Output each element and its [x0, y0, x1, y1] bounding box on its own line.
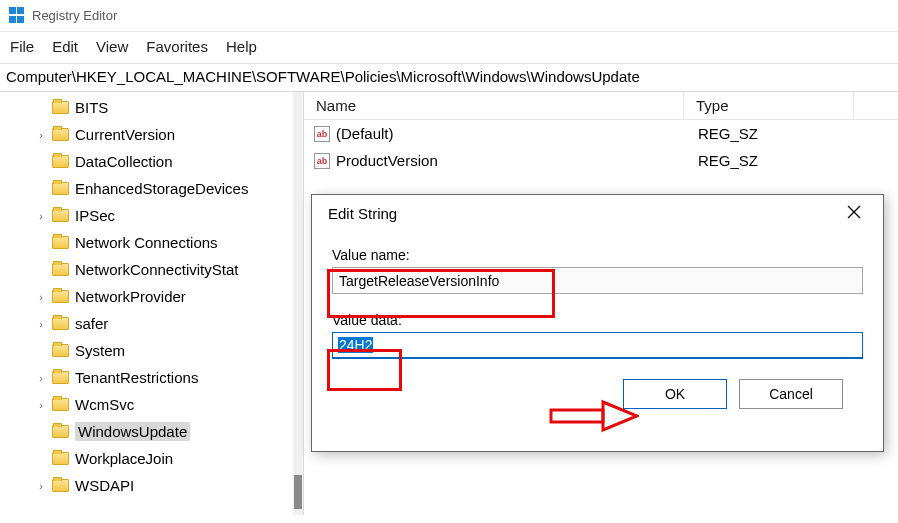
tree-item-datacollection[interactable]: DataCollection [0, 148, 303, 175]
value-name-cell: ProductVersion [336, 152, 698, 169]
tree-item-wsdapi[interactable]: ›WSDAPI [0, 472, 303, 499]
folder-icon [52, 398, 69, 411]
column-type[interactable]: Type [684, 92, 854, 119]
cancel-button[interactable]: Cancel [739, 379, 843, 409]
tree-item-label: NetworkProvider [75, 288, 186, 305]
tree-item-label: TenantRestrictions [75, 369, 198, 386]
value-name-cell: (Default) [336, 125, 698, 142]
folder-icon [52, 371, 69, 384]
folder-icon [52, 155, 69, 168]
tree-item-label: DataCollection [75, 153, 173, 170]
dialog-title: Edit String [328, 205, 397, 222]
value-name-field[interactable] [332, 267, 863, 294]
tree-item-tenantrestrictions[interactable]: ›TenantRestrictions [0, 364, 303, 391]
value-data-text: 24H2 [338, 337, 373, 353]
expander-icon[interactable]: › [34, 372, 48, 384]
scrollbar-thumb[interactable] [294, 475, 302, 509]
tree-item-label: WcmSvc [75, 396, 134, 413]
menu-help[interactable]: Help [226, 38, 257, 55]
tree-item-currentversion[interactable]: ›CurrentVersion [0, 121, 303, 148]
tree-item-windowsupdate[interactable]: WindowsUpdate [0, 418, 303, 445]
value-type-cell: REG_SZ [698, 152, 758, 169]
menu-edit[interactable]: Edit [52, 38, 78, 55]
values-header: Name Type [304, 92, 898, 120]
expander-icon[interactable]: › [34, 291, 48, 303]
tree-panel: BITS›CurrentVersionDataCollectionEnhance… [0, 92, 304, 515]
value-row[interactable]: ab(Default)REG_SZ [304, 120, 898, 147]
column-name[interactable]: Name [304, 92, 684, 119]
folder-icon [52, 128, 69, 141]
menu-bar: File Edit View Favorites Help [0, 32, 898, 64]
folder-icon [52, 344, 69, 357]
address-bar[interactable]: Computer\HKEY_LOCAL_MACHINE\SOFTWARE\Pol… [0, 64, 898, 92]
folder-icon [52, 236, 69, 249]
expander-icon[interactable]: › [34, 318, 48, 330]
tree-item-label: WSDAPI [75, 477, 134, 494]
tree-item-label: Network Connections [75, 234, 218, 251]
tree-item-enhancedstoragedevices[interactable]: EnhancedStorageDevices [0, 175, 303, 202]
menu-view[interactable]: View [96, 38, 128, 55]
tree-item-wcmsvc[interactable]: ›WcmSvc [0, 391, 303, 418]
tree-item-workplacejoin[interactable]: WorkplaceJoin [0, 445, 303, 472]
folder-icon [52, 425, 69, 438]
value-data-label: Value data: [332, 312, 863, 328]
tree-item-label: WindowsUpdate [75, 422, 190, 441]
folder-icon [52, 263, 69, 276]
value-name-label: Value name: [332, 247, 863, 263]
tree-item-label: EnhancedStorageDevices [75, 180, 248, 197]
tree-item-label: WorkplaceJoin [75, 450, 173, 467]
folder-icon [52, 479, 69, 492]
tree-item-system[interactable]: System [0, 337, 303, 364]
folder-icon [52, 452, 69, 465]
menu-favorites[interactable]: Favorites [146, 38, 208, 55]
tree-item-bits[interactable]: BITS [0, 94, 303, 121]
tree-item-label: CurrentVersion [75, 126, 175, 143]
tree-item-label: System [75, 342, 125, 359]
string-value-icon: ab [314, 153, 330, 169]
folder-icon [52, 182, 69, 195]
tree-item-network-connections[interactable]: Network Connections [0, 229, 303, 256]
tree-item-label: IPSec [75, 207, 115, 224]
value-row[interactable]: abProductVersionREG_SZ [304, 147, 898, 174]
expander-icon[interactable]: › [34, 210, 48, 222]
folder-icon [52, 317, 69, 330]
tree-item-label: BITS [75, 99, 108, 116]
ok-button[interactable]: OK [623, 379, 727, 409]
tree-item-label: NetworkConnectivityStat [75, 261, 238, 278]
expander-icon[interactable]: › [34, 480, 48, 492]
value-data-field[interactable]: 24H2 [332, 332, 863, 359]
value-type-cell: REG_SZ [698, 125, 758, 142]
window-title: Registry Editor [32, 8, 117, 23]
window-titlebar: Registry Editor [0, 0, 898, 32]
folder-icon [52, 101, 69, 114]
close-icon [847, 205, 861, 219]
string-value-icon: ab [314, 126, 330, 142]
dialog-close-button[interactable] [839, 199, 869, 228]
tree-item-label: safer [75, 315, 108, 332]
tree-item-safer[interactable]: ›safer [0, 310, 303, 337]
menu-file[interactable]: File [10, 38, 34, 55]
expander-icon[interactable]: › [34, 129, 48, 141]
tree-scrollbar[interactable] [293, 92, 303, 515]
dialog-titlebar: Edit String [312, 195, 883, 231]
regedit-app-icon [8, 7, 26, 25]
tree-item-ipsec[interactable]: ›IPSec [0, 202, 303, 229]
folder-icon [52, 209, 69, 222]
folder-icon [52, 290, 69, 303]
edit-string-dialog: Edit String Value name: Value data: 24H2… [311, 194, 884, 452]
tree-item-networkconnectivitystat[interactable]: NetworkConnectivityStat [0, 256, 303, 283]
expander-icon[interactable]: › [34, 399, 48, 411]
tree-item-networkprovider[interactable]: ›NetworkProvider [0, 283, 303, 310]
